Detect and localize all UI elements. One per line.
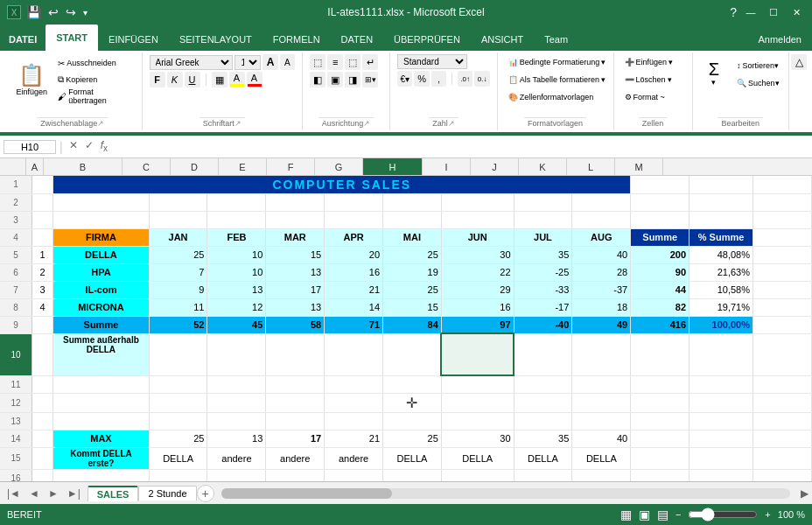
formula-input[interactable] <box>114 141 808 153</box>
cell-m6[interactable] <box>753 263 812 281</box>
cell-i15[interactable]: DELLA <box>514 447 572 469</box>
col-header-l[interactable]: L <box>567 158 615 175</box>
cell-j7[interactable]: -37 <box>572 281 631 298</box>
cell-e10[interactable] <box>266 333 325 375</box>
cell-j14[interactable]: 40 <box>572 430 631 447</box>
cell-b11[interactable] <box>53 375 149 393</box>
cell-k5[interactable]: 200 <box>631 246 690 263</box>
col-header-b[interactable]: B <box>44 158 122 175</box>
cell-f4[interactable]: APR <box>325 228 383 246</box>
number-format-select[interactable]: Standard <box>397 54 467 69</box>
anmelden-btn[interactable]: Anmelden <box>747 28 812 51</box>
cell-e14[interactable]: 17 <box>266 430 325 447</box>
font-name-select[interactable]: Arial Greek <box>150 55 234 70</box>
bold-btn[interactable]: F <box>150 72 165 88</box>
cell-a14[interactable] <box>32 430 52 447</box>
cell-f2[interactable] <box>325 193 383 211</box>
cell-b10[interactable]: Summe außerhalb DELLA <box>53 333 149 375</box>
cell-h8[interactable]: 16 <box>441 298 514 316</box>
zellen-einfuegen-btn[interactable]: ➕ Einfügen ▾ <box>621 54 685 70</box>
tab-formeln[interactable]: FORMELN <box>262 28 331 51</box>
cell-d3[interactable] <box>207 211 266 228</box>
cell-h4[interactable]: JUN <box>441 228 514 246</box>
border-btn[interactable]: ▦ <box>212 72 228 88</box>
cell-k14[interactable] <box>631 430 690 447</box>
cell-l4[interactable]: % Summe <box>690 228 753 246</box>
cell-k8[interactable]: 82 <box>631 298 690 316</box>
sheet-first-btn[interactable]: |◄ <box>4 487 24 500</box>
cell-h11[interactable] <box>441 375 514 393</box>
cell-f6[interactable]: 16 <box>325 263 383 281</box>
cell-m7[interactable] <box>753 281 812 298</box>
cell-e8[interactable]: 13 <box>266 298 325 316</box>
col-header-c[interactable]: C <box>122 158 171 175</box>
cell-m12[interactable] <box>753 393 812 412</box>
cell-m3[interactable] <box>753 211 812 228</box>
cell-e4[interactable]: MAR <box>266 228 325 246</box>
cell-a13[interactable] <box>32 412 52 430</box>
col-header-d[interactable]: D <box>171 158 219 175</box>
cell-c16[interactable] <box>149 469 207 481</box>
ausschneiden-button[interactable]: ✂ Ausschneiden <box>54 55 134 71</box>
cell-k9[interactable]: 416 <box>631 316 690 333</box>
cell-a10[interactable] <box>32 333 52 375</box>
cell-l3[interactable] <box>690 211 753 228</box>
cell-k10[interactable] <box>631 333 690 375</box>
cell-g10[interactable] <box>383 333 442 375</box>
cell-k6[interactable]: 90 <box>631 263 690 281</box>
search-btn[interactable]: 🔍 Suchen▾ <box>733 75 783 91</box>
decrease-font-btn[interactable]: A <box>280 54 295 70</box>
cell-k16[interactable] <box>631 469 690 481</box>
cell-d7[interactable]: 13 <box>207 281 266 298</box>
cell-i6[interactable]: -25 <box>514 263 572 281</box>
cell-f9[interactable]: 71 <box>325 316 383 333</box>
zoom-out-icon[interactable]: − <box>676 509 681 520</box>
tab-team[interactable]: Team <box>534 28 578 51</box>
zwischenablage-expand-icon[interactable]: ↗ <box>97 119 104 128</box>
tab-einfuegen[interactable]: EINFÜGEN <box>98 28 169 51</box>
cell-h12[interactable] <box>441 393 514 412</box>
cell-c11[interactable] <box>149 375 207 393</box>
zellenformat-btn[interactable]: 🎨 Zellenformatvorlagen <box>505 89 606 105</box>
align-top-right-btn[interactable]: ⬚ <box>345 54 360 70</box>
cell-d6[interactable]: 10 <box>207 263 266 281</box>
close-btn[interactable]: ✕ <box>788 5 805 19</box>
cell-e15[interactable]: andere <box>266 447 325 469</box>
cell-b16[interactable] <box>53 469 149 481</box>
sheet-last-btn[interactable]: ►| <box>64 487 84 500</box>
cell-h3[interactable] <box>441 211 514 228</box>
horizontal-scrollbar[interactable] <box>221 488 790 499</box>
cell-j11[interactable] <box>572 375 631 393</box>
cell-h15[interactable]: DELLA <box>441 447 514 469</box>
cell-m14[interactable] <box>753 430 812 447</box>
cell-i11[interactable] <box>514 375 572 393</box>
cell-b5[interactable]: DELLA <box>53 246 149 263</box>
cell-f11[interactable] <box>325 375 383 393</box>
tab-ansicht[interactable]: ANSICHT <box>471 28 534 51</box>
cell-i5[interactable]: 35 <box>514 246 572 263</box>
col-header-g[interactable]: G <box>315 158 363 175</box>
cell-e3[interactable] <box>266 211 325 228</box>
cell-j8[interactable]: 18 <box>572 298 631 316</box>
cell-c12[interactable] <box>149 393 207 412</box>
font-color-btn[interactable]: A <box>247 72 262 88</box>
cell-i10[interactable] <box>514 333 572 375</box>
col-header-m[interactable]: M <box>615 158 663 175</box>
cell-f15[interactable]: andere <box>325 447 383 469</box>
confirm-formula-icon[interactable]: ✓ <box>82 138 96 154</box>
wrap-text-btn[interactable]: ↵ <box>362 54 378 70</box>
sheet-prev-btn[interactable]: ◄ <box>25 487 43 500</box>
cell-b6[interactable]: HPA <box>53 263 149 281</box>
increase-font-btn[interactable]: A <box>262 54 277 70</box>
cell-k11[interactable] <box>631 375 690 393</box>
cell-f8[interactable]: 14 <box>325 298 383 316</box>
cell-c10[interactable] <box>149 333 207 375</box>
cell-f10[interactable] <box>325 333 383 375</box>
quick-undo-btn[interactable]: ↩ <box>46 4 60 21</box>
cell-h13[interactable] <box>441 412 514 430</box>
cell-d2[interactable] <box>207 193 266 211</box>
cell-k7[interactable]: 44 <box>631 281 690 298</box>
cell-h7[interactable]: 29 <box>441 281 514 298</box>
cell-h5[interactable]: 30 <box>441 246 514 263</box>
increase-decimal-btn[interactable]: .0↑ <box>458 71 472 87</box>
